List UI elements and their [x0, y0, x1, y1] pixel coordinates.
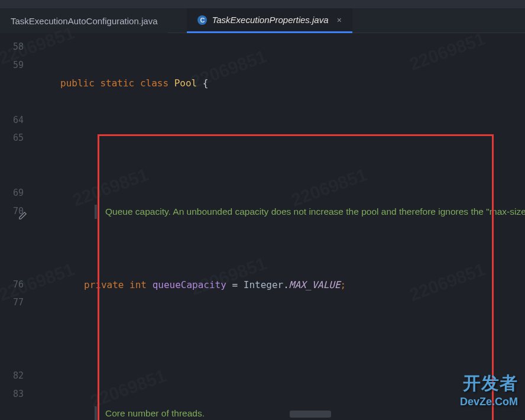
- type: Integer: [244, 276, 283, 295]
- doc-marker: [95, 406, 97, 420]
- line-number: 77: [0, 293, 24, 312]
- watermark-sub: DevZe.CoM: [460, 396, 518, 408]
- line-number: 64: [0, 111, 24, 130]
- code-area[interactable]: public static class Pool { Queue capacit…: [35, 33, 525, 420]
- line-number: 76: [0, 276, 24, 294]
- editor-tabs: TaskExecutionAutoConfiguration.java C Ta…: [0, 8, 525, 33]
- javadoc-text: Queue capacity. An unbounded capacity do…: [105, 205, 525, 219]
- horizontal-scrollbar[interactable]: [290, 411, 331, 418]
- line-number: 65: [0, 129, 24, 147]
- keyword: public: [60, 75, 95, 93]
- line-number: [0, 75, 24, 93]
- code-line: public static class Pool {: [35, 75, 525, 93]
- op: =: [226, 276, 244, 295]
- constant: MAX_VALUE: [289, 276, 341, 295]
- tab-label: TaskExecutionAutoConfiguration.java: [11, 16, 157, 26]
- line-number: 69: [0, 184, 24, 202]
- watermark-main: 开发者: [460, 371, 518, 396]
- keyword: static: [100, 75, 134, 93]
- line-number: [0, 403, 24, 420]
- javadoc: Core number of threads.: [35, 404, 525, 420]
- line-number: [0, 348, 24, 367]
- line-number: 58: [0, 38, 24, 56]
- close-icon[interactable]: ×: [337, 15, 342, 25]
- doc-marker: [95, 205, 97, 219]
- code-line: [35, 331, 525, 350]
- edit-icon[interactable]: [18, 208, 27, 227]
- line-number: [0, 147, 24, 166]
- class-name: Pool: [174, 75, 197, 93]
- line-number: 83: [0, 385, 24, 403]
- code-line: [35, 130, 525, 148]
- tab-label: TaskExecutionProperties.java: [212, 15, 328, 25]
- brace: {: [197, 75, 208, 93]
- line-number: [0, 239, 24, 257]
- tab-active[interactable]: C TaskExecutionProperties.java ×: [187, 8, 352, 33]
- line-number: 82: [0, 367, 24, 385]
- line-gutter: 58596465697076778283878889: [0, 33, 35, 420]
- keyword: int: [129, 276, 147, 295]
- class-file-icon: C: [197, 15, 207, 25]
- site-watermark: 开发者 DevZe.CoM: [460, 371, 518, 408]
- keyword: class: [140, 75, 168, 93]
- line-number: [0, 257, 24, 276]
- line-number: [0, 312, 24, 330]
- semi: ;: [341, 276, 346, 295]
- editor: 58596465697076778283878889 public static…: [0, 33, 525, 420]
- line-number: [0, 330, 24, 348]
- javadoc: Queue capacity. An unbounded capacity do…: [35, 202, 525, 221]
- tab-inactive[interactable]: TaskExecutionAutoConfiguration.java: [0, 8, 168, 33]
- keyword: private: [84, 276, 124, 295]
- line-number: [0, 93, 24, 111]
- field-name: queueCapacity: [153, 276, 226, 295]
- line-number: 59: [0, 56, 24, 75]
- window-topbar: [0, 0, 525, 8]
- dot: .: [283, 276, 289, 295]
- line-number: [0, 166, 24, 184]
- code-line: private int queueCapacity = Integer . MA…: [35, 276, 525, 295]
